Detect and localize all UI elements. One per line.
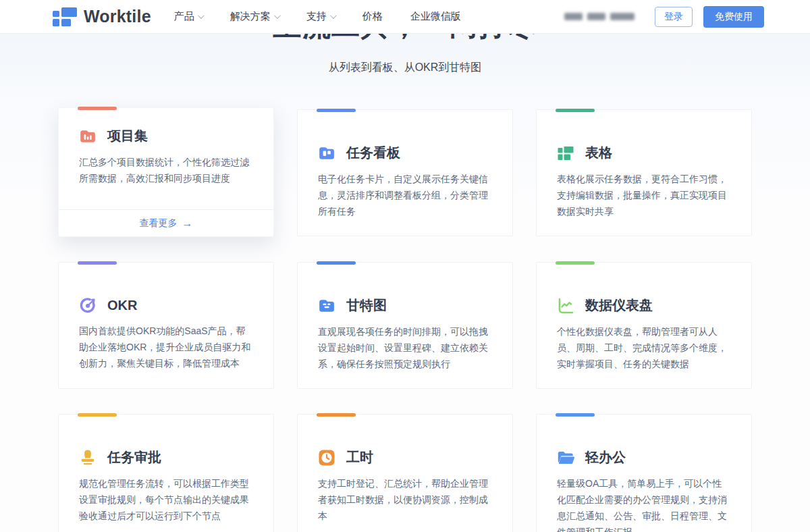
dashboard-chart-icon bbox=[557, 297, 574, 315]
approval-stamp-icon bbox=[79, 449, 97, 467]
free-trial-button[interactable]: 免费使用 bbox=[703, 6, 764, 28]
card-description: 汇总多个项目数据统计，个性化筛选过滤所需数据，高效汇报和同步项目进度 bbox=[79, 154, 253, 186]
card-accent-bar bbox=[78, 261, 117, 265]
card-description: 电子化任务卡片，自定义展示任务关键信息，灵活排序和调整看板分组，分类管理所有任务 bbox=[318, 171, 492, 219]
card-description: 规范化管理任务流转，可以根据工作类型设置审批规则，每个节点输出的关键成果验收通过… bbox=[79, 475, 253, 524]
card-title: 项目集 bbox=[107, 127, 148, 145]
feature-card-grid: 项目集 汇总多个项目数据统计，个性化筛选过滤所需数据，高效汇报和同步项目进度 查… bbox=[58, 109, 752, 532]
card-accent-bar bbox=[556, 261, 595, 265]
okr-target-icon bbox=[79, 296, 97, 314]
chevron-down-icon bbox=[330, 12, 337, 19]
card-accent-bar bbox=[78, 413, 117, 417]
card-description: 国内首款提供OKR功能的SaaS产品，帮助企业落地OKR，提升企业成员自驱力和创… bbox=[79, 323, 253, 371]
card-description: 个性化数据仪表盘，帮助管理者可从人员、周期、工时、完成情况等多个维度，实时掌握项… bbox=[557, 323, 731, 372]
nav-item-products[interactable]: 产品 bbox=[174, 10, 202, 23]
chevron-down-icon bbox=[198, 12, 205, 19]
card-description: 表格化展示任务数据，更符合工作习惯，支持编辑数据，批量操作，真正实现项目数据实时… bbox=[557, 171, 731, 219]
feature-card-table[interactable]: 表格 表格化展示任务数据，更符合工作习惯，支持编辑数据，批量操作，真正实现项目数… bbox=[536, 109, 752, 236]
view-more-link[interactable]: 查看更多 → bbox=[59, 209, 273, 236]
card-accent-bar bbox=[317, 413, 356, 417]
nav-item-solutions[interactable]: 解决方案 bbox=[230, 10, 279, 23]
clock-icon bbox=[318, 449, 335, 467]
feature-card-kanban[interactable]: 任务看板 电子化任务卡片，自定义展示任务关键信息，灵活排序和调整看板分组，分类管… bbox=[297, 109, 513, 236]
card-title: 任务审批 bbox=[107, 448, 161, 467]
nav-item-pricing[interactable]: 价格 bbox=[362, 10, 383, 23]
card-title: 甘特图 bbox=[346, 296, 387, 315]
gantt-icon bbox=[318, 297, 335, 315]
nav-item-support[interactable]: 支持 bbox=[306, 10, 335, 23]
card-description: 直观展现各项任务的时间排期，可以拖拽设置起始时间、设置里程碑、建立依赖关系，确保… bbox=[318, 323, 492, 372]
open-folder-icon bbox=[557, 449, 574, 467]
card-accent-bar bbox=[556, 109, 595, 112]
worktile-logo[interactable]: Worktile bbox=[53, 7, 151, 26]
main-nav: 产品 解决方案 支持 价格 企业微信版 bbox=[174, 10, 461, 23]
card-title: 工时 bbox=[346, 448, 373, 467]
card-accent-bar bbox=[317, 261, 356, 265]
card-title: 轻办公 bbox=[585, 448, 626, 467]
top-navbar: Worktile 产品 解决方案 支持 价格 企业微信版 登录 免费使用 bbox=[0, 0, 810, 34]
card-title: 任务看板 bbox=[346, 144, 400, 162]
chevron-down-icon bbox=[274, 12, 281, 19]
phone-number-redacted bbox=[564, 13, 634, 20]
nav-item-wechat-work[interactable]: 企业微信版 bbox=[410, 10, 461, 23]
arrow-right-icon: → bbox=[182, 218, 193, 229]
card-title: OKR bbox=[107, 298, 137, 313]
table-icon bbox=[557, 144, 574, 162]
worktile-logo-icon bbox=[53, 7, 77, 26]
card-accent-bar bbox=[78, 107, 117, 110]
feature-card-okr[interactable]: OKR 国内首款提供OKR功能的SaaS产品，帮助企业落地OKR，提升企业成员自… bbox=[58, 262, 274, 389]
brand-name: Worktile bbox=[84, 7, 151, 26]
card-title: 表格 bbox=[585, 144, 612, 162]
card-description: 支持工时登记、汇总统计，帮助企业管理者获知工时数据，以便协调资源，控制成本 bbox=[318, 475, 492, 524]
feature-card-timesheet[interactable]: 工时 支持工时登记、汇总统计，帮助企业管理者获知工时数据，以便协调资源，控制成本 bbox=[297, 414, 513, 532]
card-accent-bar bbox=[317, 109, 356, 112]
feature-card-gantt[interactable]: 甘特图 直观展现各项任务的时间排期，可以拖拽设置起始时间、设置里程碑、建立依赖关… bbox=[297, 262, 513, 389]
feature-card-project-set[interactable]: 项目集 汇总多个项目数据统计，个性化筛选过滤所需数据，高效汇报和同步项目进度 查… bbox=[58, 107, 274, 237]
card-title: 数据仪表盘 bbox=[585, 296, 653, 315]
section-subtitle: 从列表到看板、从OKR到甘特图 bbox=[0, 61, 810, 75]
card-description: 轻量级OA工具，简单易上手，可以个性化匹配企业需要的办公管理规则，支持消息汇总通… bbox=[557, 475, 731, 532]
project-set-icon bbox=[79, 128, 97, 145]
kanban-icon bbox=[318, 144, 335, 162]
feature-card-dashboard[interactable]: 数据仪表盘 个性化数据仪表盘，帮助管理者可从人员、周期、工时、完成情况等多个维度… bbox=[536, 262, 752, 389]
feature-card-light-office[interactable]: 轻办公 轻量级OA工具，简单易上手，可以个性化匹配企业需要的办公管理规则，支持消… bbox=[536, 414, 752, 532]
login-button[interactable]: 登录 bbox=[655, 7, 693, 27]
header-actions: 登录 免费使用 bbox=[564, 6, 764, 28]
card-accent-bar bbox=[556, 413, 595, 417]
feature-card-approval[interactable]: 任务审批 规范化管理任务流转，可以根据工作类型设置审批规则，每个节点输出的关键成… bbox=[58, 414, 274, 532]
